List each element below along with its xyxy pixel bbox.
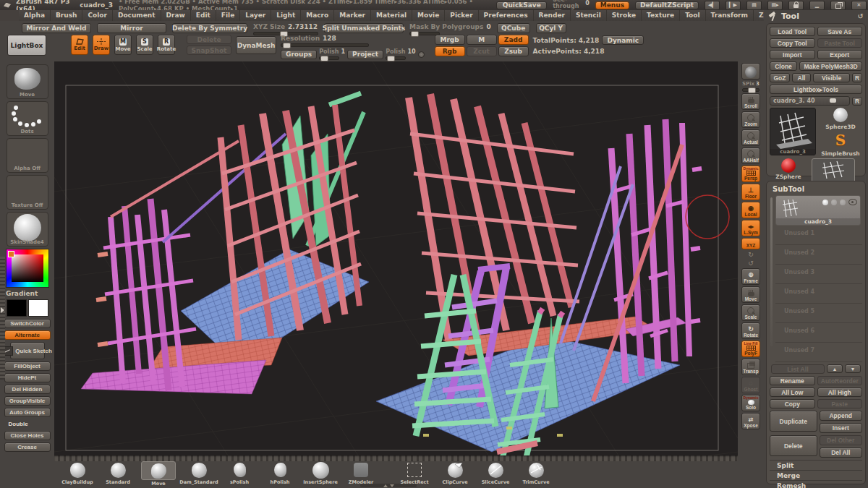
goz-button[interactable]: GoZ (770, 73, 790, 82)
del-all-button[interactable]: Del All (820, 448, 863, 458)
menu-item[interactable]: File (216, 10, 240, 21)
spix-slider[interactable]: SPix3 (742, 81, 760, 92)
tool-r-button[interactable]: R (852, 97, 862, 106)
solo-button[interactable]: DynamicSolo (741, 395, 760, 411)
brush-thumbnail[interactable]: Move (7, 64, 48, 99)
saturation-value-square[interactable] (12, 254, 43, 282)
mirror-and-weld-button[interactable]: Mirror And Weld (22, 23, 91, 33)
local-button[interactable]: ◉Local (741, 202, 760, 218)
sidebar-button[interactable]: Crease (4, 442, 51, 452)
del-other-button[interactable]: Del Other (820, 435, 863, 445)
groups-button[interactable]: Groups (281, 50, 317, 59)
close-icon[interactable]: ✕ (851, 1, 867, 10)
subtool-unused-slot[interactable]: Unused 7 (775, 343, 862, 362)
subtool-unused-slot[interactable]: Unused 2 (775, 245, 862, 265)
canvas-bottom-divider[interactable] (54, 455, 738, 461)
qcyl-button[interactable]: QCyl Y (536, 23, 566, 33)
persp-button[interactable]: DynamicPersp (741, 166, 760, 182)
tray-tool[interactable]: SelectRect (396, 461, 433, 485)
transp-button[interactable]: Transp (741, 359, 760, 375)
scroll-up-icon[interactable] (383, 484, 388, 487)
tray-scrollbar[interactable] (360, 484, 417, 487)
redo-history-icon[interactable]: ▎▶ (726, 1, 741, 10)
qcube-button[interactable]: QCube (497, 23, 530, 33)
polish2-slider[interactable]: Polish10 (386, 48, 415, 60)
draw-mode-button[interactable]: Draw (93, 35, 110, 55)
scale-mode-button[interactable]: S Scale (136, 35, 153, 55)
smooth-icon[interactable] (840, 200, 846, 205)
mask-by-polygroups-slider[interactable]: Mask By Polygroups0 (409, 23, 491, 35)
quicksave-button[interactable]: QuickSave (496, 1, 547, 9)
subpalette-section[interactable]: Merge (770, 470, 862, 480)
gradient-label[interactable]: Gradient (0, 290, 38, 297)
zadd-button[interactable]: Zadd (498, 35, 529, 45)
zoom-button[interactable]: Zoom (741, 111, 760, 128)
paste-subtool-button[interactable]: Paste (817, 399, 863, 408)
m-button[interactable]: M (467, 35, 497, 45)
subtool-down-button[interactable]: ▼ (845, 364, 861, 373)
insert-button[interactable]: Insert (820, 423, 863, 433)
zcut-button[interactable]: Zcut (467, 46, 497, 56)
tray-brush[interactable]: ZModeler (343, 461, 379, 485)
menu-item[interactable]: Texture (642, 10, 680, 21)
texture-thumbnail[interactable]: Texture Off (7, 175, 48, 210)
snapshot-button-disabled[interactable]: SnapShot (187, 46, 231, 55)
left-divider-arrow[interactable] (1, 307, 4, 313)
sidebar-button[interactable]: Del Hidden (4, 385, 51, 394)
turntable-icon[interactable]: ↻ (748, 251, 754, 258)
quick-sketch-button[interactable]: Quick Sketch (10, 342, 45, 359)
goz-r-button[interactable]: R (852, 73, 862, 82)
paste-tool-button[interactable]: Paste Tool (817, 38, 863, 48)
sidebar-button[interactable]: Auto Groups (4, 408, 51, 417)
split-unmasked-points-button[interactable]: Split Unmasked Points (324, 23, 404, 33)
lock-icon[interactable] (788, 1, 804, 10)
sidebar-button[interactable]: Close Holes (4, 431, 51, 440)
export-button[interactable]: Export (817, 50, 863, 59)
secondary-color-swatch[interactable] (28, 299, 48, 317)
clone-button[interactable]: Clone (770, 61, 797, 71)
delete-subtool-button[interactable]: Delete (770, 435, 817, 456)
material-thumbnail[interactable]: SkinShade4 (7, 212, 48, 247)
tray-brush[interactable]: sPolish (221, 461, 258, 485)
default-zscript-button[interactable]: DefaultZScript (635, 1, 699, 9)
menu-item[interactable]: Tool (680, 10, 705, 21)
mask-icon[interactable] (831, 200, 837, 205)
viewport-canvas[interactable] (54, 61, 738, 455)
menu-item[interactable]: Macro (301, 10, 334, 21)
active-tool-slider[interactable]: cuadro_3. 40 (770, 96, 850, 106)
tool-palette-header[interactable]: Tool ↺ (764, 10, 868, 22)
tray-brush[interactable]: Dam_Standard (181, 461, 217, 485)
tray-brush[interactable]: ClayBuildup (59, 461, 95, 485)
tray-brush-selected[interactable]: Move (140, 461, 176, 487)
goz-all-button[interactable]: All (792, 73, 811, 82)
menu-item[interactable]: Color (82, 10, 113, 21)
zsub-button[interactable]: Zsub (498, 46, 529, 56)
edit-mode-button[interactable]: Edit (71, 35, 88, 55)
menu-item[interactable]: Material (371, 10, 412, 21)
sidebar-button[interactable]: Double (4, 419, 51, 429)
aahalf-button[interactable]: AAHalf (741, 147, 760, 164)
polyframe-button[interactable]: Line FillPolyF (741, 341, 760, 357)
append-button[interactable]: Append (820, 411, 863, 421)
move-view-button[interactable]: Move (741, 286, 760, 303)
polish-slider[interactable]: Polish1 (319, 48, 345, 60)
subtool-active-item[interactable]: cuadro_3 (775, 195, 861, 226)
tray-tool[interactable]: ClipCurve (437, 461, 473, 485)
menu-item[interactable]: Marker (334, 10, 371, 21)
goz-visible-button[interactable]: Visible (813, 73, 850, 82)
import-button[interactable]: Import (770, 50, 815, 59)
list-all-button[interactable]: List All (771, 364, 825, 374)
rgb-button[interactable]: Rgb (435, 46, 465, 56)
menu-item[interactable]: Stencil (571, 10, 607, 21)
frame-button[interactable]: ⊕Frame (741, 268, 760, 285)
menu-item[interactable]: Layer (240, 10, 271, 21)
current-tool-thumbnail[interactable]: cuadro_3 (770, 108, 816, 155)
ghost-button[interactable]: ◌Ghost (741, 377, 760, 393)
xpose-button[interactable]: ⇄Xpose (741, 413, 760, 429)
subtool-unused-slot[interactable]: Unused 3 (775, 265, 862, 284)
scroll-down-icon[interactable] (390, 484, 394, 487)
duplicate-button[interactable]: Duplicate (770, 411, 817, 432)
rotate-mode-button[interactable]: R Rotate (158, 35, 175, 55)
zsphere-thumbnail[interactable] (781, 158, 796, 173)
menu-item[interactable]: Document (113, 10, 161, 21)
